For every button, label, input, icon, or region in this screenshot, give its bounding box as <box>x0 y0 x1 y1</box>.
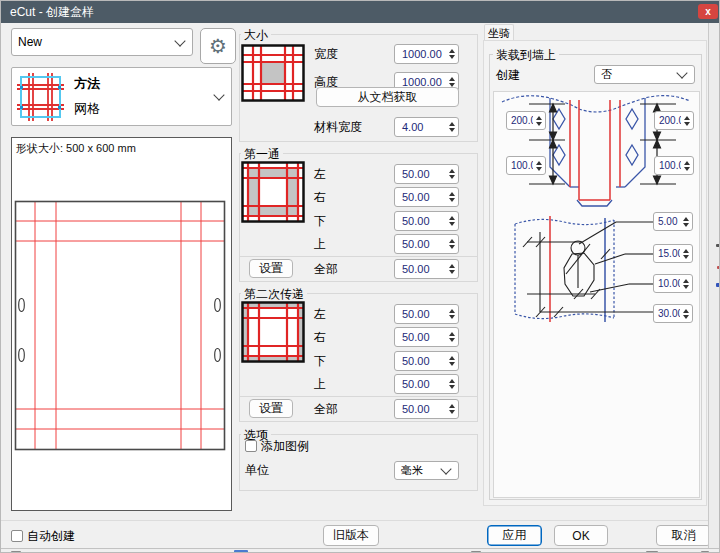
spin-buttons[interactable] <box>446 328 458 346</box>
preset-combobox[interactable]: New <box>11 28 193 56</box>
close-icon: x <box>705 7 711 17</box>
footer-separator <box>1 520 708 521</box>
first-pass-grid-icon <box>241 161 305 223</box>
fp-bottom-spinner[interactable]: 50.00 <box>394 211 459 231</box>
spin-buttons[interactable] <box>681 157 693 174</box>
spin-buttons[interactable] <box>446 118 458 136</box>
size-grid-icon <box>241 44 305 102</box>
sp-right-value: 50.00 <box>395 331 446 343</box>
preset-value: New <box>12 35 176 49</box>
method-label: 方法 <box>74 75 215 93</box>
mount-group-title: 装载到墙上 <box>493 48 559 62</box>
hole-dim2-value: 15.00 <box>654 248 680 259</box>
gear-icon: ⚙ <box>209 36 227 56</box>
apply-label: 应用 <box>503 527 527 544</box>
method-combobox[interactable]: 方法 网格 <box>11 67 232 126</box>
tab-mount[interactable]: 坐骑 <box>484 24 514 41</box>
width-label: 宽度 <box>314 44 338 64</box>
close-button[interactable]: x <box>698 4 718 19</box>
fp-left-label: 左 <box>314 164 326 184</box>
fp-set-button[interactable]: 设置 <box>249 259 293 278</box>
spin-buttons[interactable] <box>446 352 458 370</box>
settings-button[interactable]: ⚙ <box>200 28 236 64</box>
hole-dim4-spinner[interactable]: 30.00 <box>653 304 693 323</box>
spin-buttons[interactable] <box>680 275 692 292</box>
spin-buttons[interactable] <box>680 213 692 230</box>
old-version-button[interactable]: 旧版本 <box>323 525 379 546</box>
cancel-label: 取消 <box>672 527 696 544</box>
dim-right-top-spinner[interactable]: 200.00 <box>654 111 694 130</box>
create-label: 创建 <box>496 65 520 85</box>
unit-combobox[interactable]: 毫米 <box>394 461 459 480</box>
add-legend-checkbox[interactable] <box>245 440 257 452</box>
unit-value: 毫米 <box>395 463 442 478</box>
dim-left-top-spinner[interactable]: 200.00 <box>506 111 546 130</box>
spin-buttons[interactable] <box>533 112 545 129</box>
sp-top-spinner[interactable]: 50.00 <box>394 374 459 394</box>
cancel-button[interactable]: 取消 <box>656 525 711 546</box>
create-combobox[interactable]: 否 <box>594 65 695 84</box>
spin-buttons[interactable] <box>446 400 458 418</box>
hole-dim3-spinner[interactable]: 10.00 <box>653 274 693 293</box>
ok-label: OK <box>572 529 589 543</box>
fp-left-value: 50.00 <box>395 168 446 180</box>
hole-dim2-spinner[interactable]: 15.00 <box>653 244 693 263</box>
spin-buttons[interactable] <box>681 112 693 129</box>
sp-left-spinner[interactable]: 50.00 <box>394 304 459 324</box>
grid-method-icon <box>17 73 64 121</box>
fp-separator <box>240 256 477 257</box>
old-version-label: 旧版本 <box>333 527 369 544</box>
fp-all-label: 全部 <box>314 259 338 279</box>
unit-label: 单位 <box>245 460 269 480</box>
sp-set-label: 设置 <box>259 400 283 417</box>
dialog-title: eCut - 创建盒样 <box>1 4 94 21</box>
spin-buttons[interactable] <box>446 165 458 183</box>
sp-bottom-spinner[interactable]: 50.00 <box>394 351 459 371</box>
material-width-spinner[interactable]: 4.00 <box>394 117 459 137</box>
spin-buttons[interactable] <box>446 188 458 206</box>
width-spinner[interactable]: 1000.00 <box>394 44 459 64</box>
mount-diagram-drawing <box>494 92 699 497</box>
background-right-strip <box>708 23 720 553</box>
size-group-title: 大小 <box>241 28 271 42</box>
spin-buttons[interactable] <box>533 157 545 174</box>
fp-left-spinner[interactable]: 50.00 <box>394 164 459 184</box>
auto-create-label: 自动创建 <box>27 526 75 546</box>
from-document-button[interactable]: 从文档获取 <box>316 87 459 107</box>
chevron-down-icon <box>174 35 185 46</box>
auto-create-checkbox[interactable] <box>11 530 23 542</box>
fp-set-label: 设置 <box>259 260 283 277</box>
ok-button[interactable]: OK <box>554 525 608 546</box>
mount-diagram-panel <box>493 91 700 498</box>
first-pass-title: 第一通 <box>241 147 283 161</box>
fp-top-spinner[interactable]: 50.00 <box>394 234 459 254</box>
spin-buttons[interactable] <box>446 305 458 323</box>
spin-buttons[interactable] <box>446 375 458 393</box>
spin-buttons[interactable] <box>446 45 458 63</box>
dim-right-bottom-spinner[interactable]: 100.00 <box>654 156 694 175</box>
apply-button[interactable]: 应用 <box>487 525 542 546</box>
sp-bottom-label: 下 <box>314 351 326 371</box>
fp-right-label: 右 <box>314 187 326 207</box>
chevron-down-icon <box>676 67 687 78</box>
spin-buttons[interactable] <box>680 305 692 322</box>
sp-right-spinner[interactable]: 50.00 <box>394 327 459 347</box>
sp-set-button[interactable]: 设置 <box>249 399 293 418</box>
spin-buttons[interactable] <box>446 235 458 253</box>
sp-separator <box>240 396 477 397</box>
spin-buttons[interactable] <box>446 260 458 278</box>
hole-dim1-spinner[interactable]: 5.00 <box>653 212 693 231</box>
spin-buttons[interactable] <box>446 212 458 230</box>
width-value: 1000.00 <box>395 48 446 60</box>
box-layout-drawing <box>12 138 231 510</box>
fp-all-spinner[interactable]: 50.00 <box>394 259 459 279</box>
fp-bottom-value: 50.00 <box>395 215 446 227</box>
dim-left-bottom-spinner[interactable]: 100.00 <box>506 156 546 175</box>
sp-bottom-value: 50.00 <box>395 355 446 367</box>
spin-buttons[interactable] <box>680 245 692 262</box>
sp-right-label: 右 <box>314 327 326 347</box>
sp-all-spinner[interactable]: 50.00 <box>394 399 459 419</box>
fp-right-spinner[interactable]: 50.00 <box>394 187 459 207</box>
dialog-titlebar[interactable]: eCut - 创建盒样 <box>1 1 720 23</box>
hole-dim1-value: 5.00 <box>654 216 680 227</box>
